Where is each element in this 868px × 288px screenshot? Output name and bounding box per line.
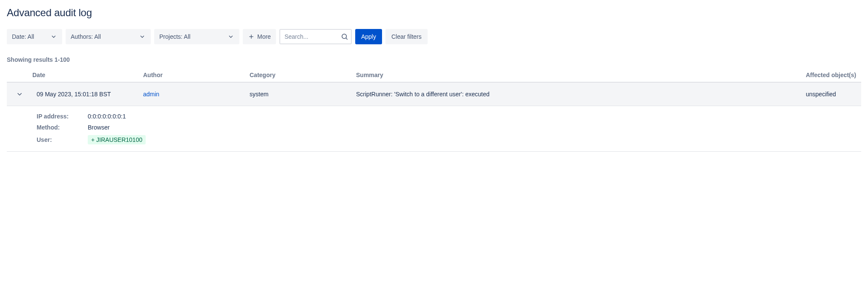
audit-log-table: Date Author Category Summary Affected ob… [7, 68, 861, 152]
detail-user-badge: + JIRAUSER10100 [88, 135, 146, 144]
table-row[interactable]: 09 May 2023, 15:01:18 BST admin system S… [7, 82, 861, 106]
column-header-summary: Summary [352, 68, 802, 82]
detail-user-label: User: [37, 136, 88, 143]
authors-filter[interactable]: Authors: All [66, 29, 151, 44]
column-header-expand [7, 68, 32, 82]
projects-filter[interactable]: Projects: All [154, 29, 239, 44]
column-header-category: Category [245, 68, 352, 82]
page-title: Advanced audit log [7, 7, 861, 19]
column-header-affected: Affected object(s) [802, 68, 861, 82]
search-input[interactable] [279, 29, 352, 44]
row-affected: unspecified [802, 82, 861, 106]
detail-ip-value: 0:0:0:0:0:0:0:1 [88, 113, 126, 120]
clear-filters-button[interactable]: Clear filters [385, 29, 428, 44]
table-row-details: IP address: 0:0:0:0:0:0:0:1 Method: Brow… [7, 106, 861, 152]
row-date: 09 May 2023, 15:01:18 BST [32, 82, 139, 106]
chevron-down-icon [227, 33, 234, 40]
row-category: system [245, 82, 352, 106]
more-filters-label: More [257, 33, 271, 40]
detail-ip-label: IP address: [37, 113, 88, 120]
projects-filter-label: Projects: All [159, 33, 190, 40]
plus-icon [248, 33, 255, 40]
column-header-date: Date [32, 68, 139, 82]
date-filter[interactable]: Date: All [7, 29, 62, 44]
column-header-author: Author [139, 68, 245, 82]
authors-filter-label: Authors: All [71, 33, 101, 40]
filter-bar: Date: All Authors: All Projects: All Mor… [7, 29, 861, 44]
chevron-down-icon [50, 33, 57, 40]
date-filter-label: Date: All [12, 33, 34, 40]
search-wrapper [279, 29, 352, 44]
chevron-down-icon [139, 33, 146, 40]
detail-method-label: Method: [37, 124, 88, 131]
results-count: Showing results 1-100 [7, 56, 861, 63]
detail-method-value: Browser [88, 124, 109, 131]
apply-button[interactable]: Apply [355, 29, 382, 44]
row-author-link[interactable]: admin [143, 91, 159, 98]
expand-toggle[interactable] [14, 89, 25, 100]
more-filters-button[interactable]: More [243, 29, 276, 44]
row-summary: ScriptRunner: 'Switch to a different use… [352, 82, 802, 106]
chevron-down-icon [16, 90, 23, 98]
